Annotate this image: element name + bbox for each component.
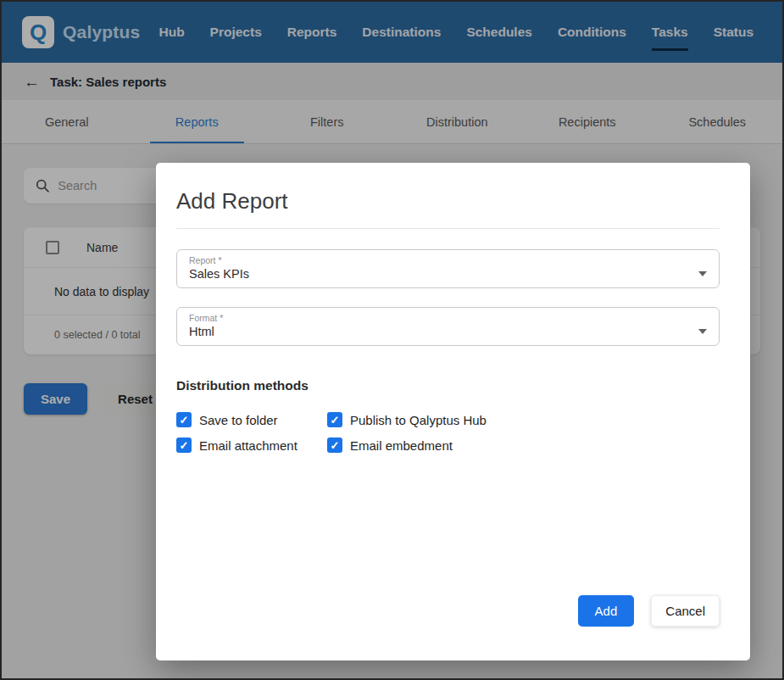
checkbox-save-to-folder[interactable]: Save to folder bbox=[176, 412, 327, 427]
dialog-footer: Add Cancel bbox=[176, 595, 720, 627]
add-button[interactable]: Add bbox=[578, 595, 635, 627]
checkbox-checked-icon[interactable] bbox=[327, 438, 342, 453]
checkbox-checked-icon[interactable] bbox=[327, 412, 342, 427]
checkbox-email-embedment[interactable]: Email embedment bbox=[327, 438, 487, 453]
format-select-label: Format * bbox=[189, 313, 707, 323]
add-report-dialog: Add Report Report * Sales KPIs Format * … bbox=[156, 163, 750, 660]
checkbox-checked-icon[interactable] bbox=[176, 438, 192, 453]
report-select-label: Report * bbox=[189, 255, 707, 265]
checkbox-checked-icon[interactable] bbox=[176, 412, 192, 427]
report-select-value-row: Sales KPIs bbox=[189, 267, 707, 281]
format-select-value-row: Html bbox=[189, 325, 707, 338]
checkbox-label: Save to folder bbox=[199, 413, 278, 427]
checkbox-label: Email attachment bbox=[199, 438, 297, 453]
checkbox-label: Publish to Qalyptus Hub bbox=[350, 413, 487, 427]
distribution-methods-heading: Distribution methods bbox=[176, 378, 720, 393]
report-select-value: Sales KPIs bbox=[189, 267, 249, 281]
report-select[interactable]: Report * Sales KPIs bbox=[176, 249, 720, 288]
qalyptus-app: Q Qalyptus Hub Projects Reports Destinat… bbox=[0, 0, 784, 680]
title-divider bbox=[176, 228, 720, 229]
format-select[interactable]: Format * Html bbox=[176, 307, 720, 346]
spacer bbox=[176, 453, 720, 595]
cancel-button[interactable]: Cancel bbox=[651, 595, 720, 627]
dialog-title: Add Report bbox=[176, 188, 720, 215]
checkbox-email-attachment[interactable]: Email attachment bbox=[176, 438, 327, 453]
checkbox-publish-to-qalyptus-hub[interactable]: Publish to Qalyptus Hub bbox=[327, 412, 487, 427]
checkbox-label: Email embedment bbox=[350, 438, 453, 453]
format-select-value: Html bbox=[189, 325, 214, 338]
distribution-methods-group: Save to folder Publish to Qalyptus Hub E… bbox=[176, 412, 720, 453]
chevron-down-icon bbox=[698, 271, 707, 276]
chevron-down-icon bbox=[698, 329, 707, 334]
